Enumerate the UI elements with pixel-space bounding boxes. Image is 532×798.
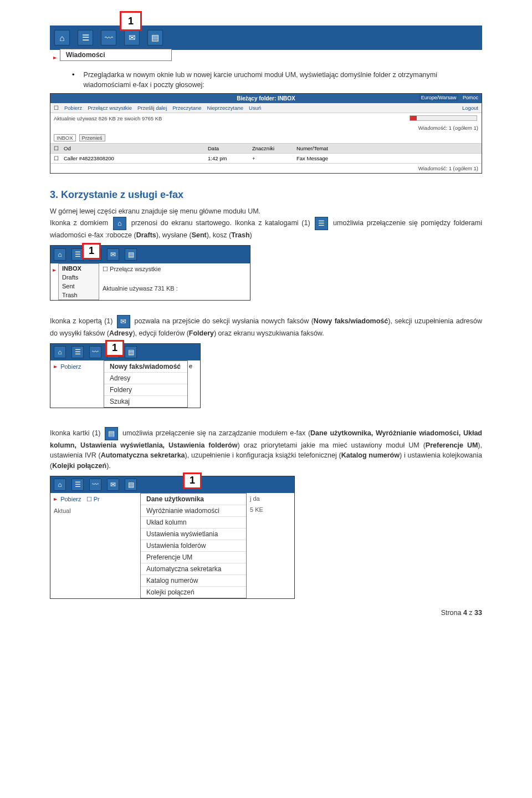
arrow-icon: ▸ <box>54 363 57 369</box>
folder-trash[interactable]: Trash <box>59 291 99 299</box>
page-icon[interactable]: ▤ <box>125 346 137 358</box>
dropdown-wiadomosci[interactable]: Wiadomości <box>60 49 172 61</box>
folders-icon[interactable]: ☰ <box>78 30 93 45</box>
menu-uklad[interactable]: Układ kolumn <box>141 517 246 528</box>
page-icon[interactable]: ▤ <box>147 30 163 45</box>
section-envelope: Ikonka z kopertą (1) ✉ pozwala na przejś… <box>50 315 482 339</box>
page-footer: Strona 4 z 33 <box>50 609 482 617</box>
bullet-browser-note: • Przeglądarka w nowym oknie lub w nowej… <box>72 70 482 90</box>
arrow-icon: ▸ <box>54 496 57 502</box>
page-icon: ▤ <box>105 427 118 440</box>
home-icon[interactable]: ⌂ <box>54 346 66 358</box>
folder-drafts[interactable]: Drafts <box>59 273 99 282</box>
tool-przeslij[interactable]: Prześlij dalej <box>137 105 167 111</box>
chart-icon[interactable]: 〰 <box>89 479 101 491</box>
home-icon[interactable]: ⌂ <box>54 30 70 45</box>
tool-przelacz[interactable]: Przełącz wszystkie <box>88 105 132 111</box>
home-icon[interactable]: ⌂ <box>54 248 66 261</box>
menu-katalog[interactable]: Katalog numerów <box>141 575 246 587</box>
page-icon[interactable]: ▤ <box>125 479 137 491</box>
folder-dropdown[interactable]: INBOX Drafts Sent Trash <box>58 263 99 300</box>
folders-icon[interactable]: ☰ <box>71 346 84 358</box>
section-3-intro: W górnej lewej części ekranu znajduje si… <box>50 206 482 241</box>
row-data: 1:42 pm <box>208 155 252 161</box>
callout-1c: 1 <box>105 340 124 357</box>
menu-new-fax[interactable]: Nowy faks/wiadomość <box>104 361 187 373</box>
menu-szukaj[interactable]: Szukaj <box>104 396 187 407</box>
menu-preferencje[interactable]: Preferencje UM <box>141 552 246 563</box>
callout-1: 1 <box>120 11 142 31</box>
arrow-icon: ▸ <box>53 267 56 273</box>
tool-przeczytane[interactable]: Przeczytane <box>172 105 201 111</box>
home-icon: ⌂ <box>113 217 126 230</box>
mail-icon[interactable]: ✉ <box>107 248 119 261</box>
tool-pobierz[interactable]: Pobierz <box>64 105 82 111</box>
folders-icon: ☰ <box>315 217 328 230</box>
settings-dropdown[interactable]: Dane użytkownika Wyróżnianie wiadomości … <box>140 493 247 598</box>
chart-icon[interactable]: 〰 <box>101 30 116 45</box>
folder-inbox[interactable]: INBOX <box>59 264 99 273</box>
tool-nieprzeczytane[interactable]: Nieprzeczytane <box>207 105 243 111</box>
table-header: ☐ Od Data Znaczniki Numer/Temat <box>50 143 482 154</box>
menu-sekretarka[interactable]: Automatyczna sekretarka <box>141 563 246 575</box>
row-od: Caller #48223808200 <box>64 155 208 161</box>
arrow-icon: ▸ <box>53 54 57 60</box>
tool-logout[interactable]: Logout <box>462 105 478 111</box>
callout-1d: 1 <box>183 472 202 489</box>
menu-wyroznianie[interactable]: Wyróżnianie wiadomości <box>141 505 246 517</box>
menu-item-wiadomosci[interactable]: Wiadomości <box>60 49 171 60</box>
home-icon[interactable]: ⌂ <box>54 479 66 491</box>
menu-kolejki[interactable]: Kolejki połączeń <box>141 587 246 598</box>
checkbox-icon[interactable]: ☐ <box>54 105 59 111</box>
mail-icon: ✉ <box>117 315 130 328</box>
inbox-header: Bieżący folder: INBOX Europe/Warsaw Pomo… <box>50 94 482 103</box>
folder-sent[interactable]: Sent <box>59 282 99 291</box>
bullet-text: Przeglądarka w nowym oknie lub w nowej k… <box>84 70 482 90</box>
menu-folderow[interactable]: Ustawienia folderów <box>141 540 246 552</box>
menu-adresy[interactable]: Adresy <box>104 373 187 384</box>
compose-dropdown[interactable]: Nowy faks/wiadomość Adresy Foldery Szuka… <box>104 360 188 408</box>
mail-icon[interactable]: ✉ <box>107 479 119 491</box>
table-row[interactable]: ☐ Caller #48223808200 1:42 pm + Fax Mess… <box>50 154 482 163</box>
folders-icon[interactable]: ☰ <box>71 479 84 491</box>
section-page-icon: Ikonka kartki (1) ▤ umożliwia przełączen… <box>50 427 482 471</box>
mail-icon[interactable]: ✉ <box>124 30 140 45</box>
bullet-icon: • <box>72 70 75 80</box>
section-3-title: 3. Korzystanie z usługi e-fax <box>50 189 482 201</box>
menu-dane[interactable]: Dane użytkownika <box>141 494 246 505</box>
chart-icon[interactable]: 〰 <box>89 346 101 358</box>
usage-text: Aktualnie używasz 826 KB ze swoich 9765 … <box>50 114 165 123</box>
menu-foldery[interactable]: Foldery <box>104 384 187 396</box>
row-zn: + <box>252 155 296 161</box>
folder-select[interactable]: INBOX <box>54 134 76 141</box>
tool-usun[interactable]: Usuń <box>249 105 261 111</box>
move-button[interactable]: Przenieś <box>79 134 105 141</box>
main-toolbar: ⌂ ☰ 〰 ✉ ▤ <box>50 26 482 50</box>
row-temat: Fax Message <box>296 155 478 161</box>
page-icon[interactable]: ▤ <box>125 248 137 261</box>
callout-1b: 1 <box>82 243 101 260</box>
menu-wyswietlanie[interactable]: Ustawienia wyświetlania <box>141 528 246 540</box>
screenshot-inbox: Bieżący folder: INBOX Europe/Warsaw Pomo… <box>50 93 482 174</box>
msg-count: Wiadomość: 1 (ogółem 1) <box>50 123 482 133</box>
